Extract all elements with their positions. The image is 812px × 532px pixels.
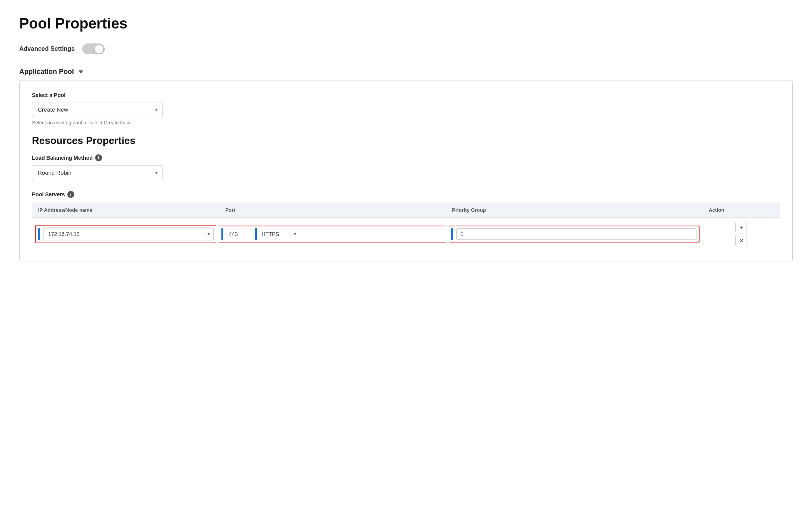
page-title: Pool Properties — [19, 15, 793, 32]
priority-input[interactable] — [456, 228, 696, 240]
ip-address-dropdown[interactable]: 172.16.74.12 — [43, 227, 214, 241]
advanced-settings-row: Advanced Settings — [19, 43, 793, 54]
advanced-settings-label: Advanced Settings — [19, 45, 75, 52]
load-balancing-dropdown[interactable]: Round Robin Least Connections IP Hash — [32, 165, 163, 180]
plus-icon: + — [740, 224, 743, 231]
close-icon: ✕ — [739, 237, 744, 244]
pool-servers-table: IP Address/Node name Port Priority Group… — [32, 202, 780, 250]
cell-ip: 172.16.74.12 ▾ — [32, 218, 219, 251]
cell-port: HTTPS HTTP TCP ▾ — [219, 218, 446, 251]
select-pool-field: Select a Pool Create New Pool 1 Pool 2 ▾… — [32, 92, 780, 125]
load-balancing-info-icon[interactable]: i — [95, 154, 102, 161]
resources-properties-title: Resources Properties — [32, 135, 780, 147]
load-balancing-label: Load Balancing Method i — [32, 154, 780, 161]
advanced-settings-toggle[interactable] — [82, 43, 105, 54]
protocol-dropdown[interactable]: HTTPS HTTP TCP — [260, 229, 298, 239]
application-pool-header[interactable]: Application Pool — [19, 68, 793, 81]
ip-blue-bar — [38, 228, 40, 240]
select-pool-hint: Select an existing pool or select Create… — [32, 120, 780, 125]
action-buttons: + ✕ — [706, 222, 777, 246]
table-row: 172.16.74.12 ▾ — [32, 218, 780, 251]
application-pool-section: Application Pool Select a Pool Create Ne… — [19, 68, 793, 261]
add-row-button[interactable]: + — [735, 222, 747, 233]
col-header-ip: IP Address/Node name — [32, 202, 219, 218]
col-header-port: Port — [219, 202, 446, 218]
select-pool-label: Select a Pool — [32, 92, 780, 98]
protocol-blue-bar — [255, 228, 257, 240]
select-pool-wrapper: Create New Pool 1 Pool 2 ▾ — [32, 102, 163, 117]
pool-servers-label: Pool Servers i — [32, 191, 780, 198]
col-header-priority: Priority Group — [446, 202, 703, 218]
cell-action: + ✕ — [703, 218, 780, 251]
ip-select-wrapper: 172.16.74.12 ▾ — [43, 227, 214, 241]
port-input[interactable] — [226, 229, 253, 239]
pool-servers-section: Pool Servers i IP Address/Node name Port… — [32, 191, 780, 250]
col-header-action: Action — [703, 202, 780, 218]
priority-blue-bar — [451, 228, 453, 240]
protocol-select-wrapper: HTTPS HTTP TCP ▾ — [260, 229, 298, 239]
port-blue-bar — [221, 228, 223, 240]
remove-row-button[interactable]: ✕ — [735, 235, 747, 246]
application-pool-chevron-icon — [79, 70, 83, 74]
cell-priority — [446, 218, 703, 251]
load-balancing-wrapper: Round Robin Least Connections IP Hash ▾ — [32, 165, 163, 180]
pool-servers-info-icon[interactable]: i — [67, 191, 74, 198]
application-pool-label: Application Pool — [19, 68, 74, 76]
table-header: IP Address/Node name Port Priority Group… — [32, 202, 780, 218]
load-balancing-field: Load Balancing Method i Round Robin Leas… — [32, 154, 780, 180]
select-pool-dropdown[interactable]: Create New Pool 1 Pool 2 — [32, 102, 163, 117]
application-pool-card: Select a Pool Create New Pool 1 Pool 2 ▾… — [19, 81, 793, 261]
